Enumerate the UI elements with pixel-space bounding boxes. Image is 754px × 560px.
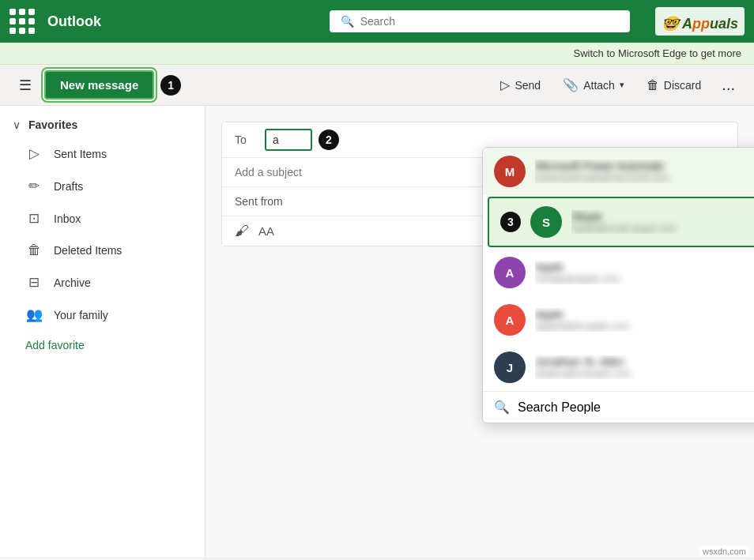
sidebar-item-drafts[interactable]: ✏ Drafts [0,170,205,202]
step-1-badge: 1 [160,75,181,96]
dropdown-item-3[interactable]: A Apple noreply@apple.com [483,249,754,296]
send-icon: ▷ [500,77,510,92]
dropdown-item-4[interactable]: A Apple appleid@id.apple.com [483,296,754,344]
favorites-chevron-icon: ∨ [13,118,21,131]
contact-email-5: jstallen@example.com [535,368,754,379]
hamburger-button[interactable]: ☰ [13,73,38,97]
sidebar-item-deleted-items[interactable]: 🗑 Deleted Items [0,235,205,266]
step-2-badge: 2 [319,130,339,150]
toolbar: ☰ New message 1 ▷ Send 📎 Attach ▾ 🗑 Disc… [0,65,754,106]
search-icon: 🔍 [341,15,354,28]
sidebar-inbox-label: Inbox [54,212,81,225]
drafts-icon: ✏ [25,178,43,194]
contact-info-2: Skype skype@email.skype.com [571,210,754,234]
discard-button[interactable]: 🗑 Discard [639,73,709,97]
dropdown-item-2[interactable]: 3 S Skype skype@email.skype.com ✕ 4 [488,197,754,247]
to-label: To [235,133,258,146]
contact-email-4: appleid@id.apple.com [535,321,754,332]
to-input[interactable] [265,129,312,151]
step-3-badge: 3 [500,212,521,232]
sidebar-archive-label: Archive [54,276,91,289]
search-people-label: Search People [518,400,601,415]
main-layout: ∨ Favorites ▷ Sent Items ✏ Drafts ⊡ Inbo… [0,106,754,557]
search-people-row[interactable]: 🔍 Search People [483,391,754,423]
appuals-logo: 🤓 Appuals [655,7,745,36]
autocomplete-dropdown: M Microsoft Power Automate powerautomate… [482,147,754,423]
sent-from-label: Sent from [235,195,283,208]
sidebar-item-archive[interactable]: ⊟ Archive [0,266,205,299]
contact-name-3: Apple [535,261,754,273]
favorites-section[interactable]: ∨ Favorites [0,112,205,137]
edge-banner-text: Switch to Microsoft Edge to get more [574,47,741,59]
new-message-button[interactable]: New message [44,70,154,100]
add-favorite-link[interactable]: Add favorite [0,331,205,359]
edge-banner: Switch to Microsoft Edge to get more [0,43,754,65]
attach-label: Attach [583,79,615,92]
dropdown-item-1[interactable]: M Microsoft Power Automate powerautomate… [483,148,754,195]
deleted-items-icon: 🗑 [25,242,43,258]
contact-email-1: powerautomate@microsoft.com [535,172,754,183]
avatar-2: S [530,206,562,238]
contact-email-2: skype@email.skype.com [571,223,754,234]
avatar-5: J [494,351,526,383]
contact-name-2: Skype [571,210,754,223]
avatar-1: M [494,156,526,187]
sidebar-sent-items-label: Sent Items [54,148,107,160]
search-people-icon: 🔍 [494,400,510,415]
sidebar-deleted-items-label: Deleted Items [54,244,122,257]
inbox-icon: ⊡ [25,210,43,227]
top-bar: Outlook 🔍 🤓 Appuals [0,0,754,43]
sidebar-item-inbox[interactable]: ⊡ Inbox [0,202,205,235]
app-grid-icon[interactable] [9,9,35,34]
attach-button[interactable]: 📎 Attach ▾ [555,73,632,97]
your-family-icon: 👥 [25,306,43,323]
contact-info-4: Apple appleid@id.apple.com [535,308,754,332]
discard-label: Discard [664,79,701,92]
more-button[interactable]: ... [715,73,741,97]
format-brush-icon[interactable]: 🖌 [235,223,249,239]
contact-info-3: Apple noreply@apple.com [535,261,754,284]
avatar-3: A [494,257,526,288]
contact-name-5: Jonathan St. Allen [535,355,754,368]
sent-items-icon: ▷ [25,145,43,162]
send-button[interactable]: ▷ Send [492,73,549,97]
search-input[interactable] [360,15,619,28]
content-area: To 2 Sent from 🖌 AA M Microsoft Power [205,106,754,557]
send-label: Send [515,79,541,92]
attach-chevron-icon: ▾ [620,80,624,90]
contact-email-3: noreply@apple.com [535,273,754,284]
contact-info-1: Microsoft Power Automate powerautomate@m… [535,160,754,183]
sidebar-your-family-label: Your family [54,309,108,321]
discard-icon: 🗑 [647,78,659,92]
search-bar[interactable]: 🔍 [330,10,630,32]
watermark: wsxdn.com [699,546,749,557]
sidebar-drafts-label: Drafts [54,180,83,193]
contact-name-4: Apple [535,308,754,321]
sidebar-item-sent-items[interactable]: ▷ Sent Items [0,137,205,170]
app-title: Outlook [47,13,101,30]
favorites-label: Favorites [28,118,77,131]
font-size-icon[interactable]: AA [258,224,274,238]
attach-icon: 📎 [563,77,579,92]
archive-icon: ⊟ [25,274,43,291]
dropdown-item-5[interactable]: J Jonathan St. Allen jstallen@example.co… [483,344,754,391]
sidebar: ∨ Favorites ▷ Sent Items ✏ Drafts ⊡ Inbo… [0,106,205,557]
contact-info-5: Jonathan St. Allen jstallen@example.com [535,355,754,379]
sidebar-item-your-family[interactable]: 👥 Your family [0,299,205,331]
contact-name-1: Microsoft Power Automate [535,160,754,172]
avatar-4: A [494,304,526,336]
